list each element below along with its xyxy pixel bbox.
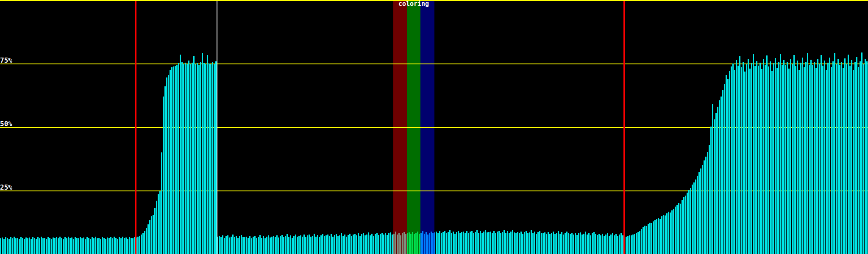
axis-label-50: 50% [0, 121, 12, 127]
axis-label-25: 25% [0, 184, 12, 191]
axis-labels-layer: 75%50%25% [0, 0, 868, 254]
waveform-monitor: 75%50%25% coloring [0, 0, 868, 254]
axis-label-75: 75% [0, 57, 12, 64]
coloring-label: coloring [393, 0, 434, 8]
